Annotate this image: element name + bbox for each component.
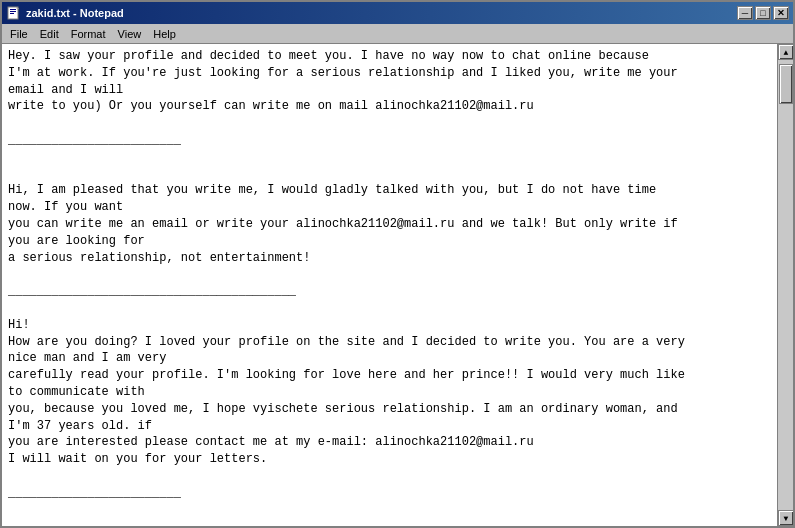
maximize-button[interactable]: □ [755, 6, 771, 20]
menu-help[interactable]: Help [147, 26, 182, 42]
title-bar: zakid.txt - Notepad ─ □ ✕ [2, 2, 793, 24]
menu-edit[interactable]: Edit [34, 26, 65, 42]
minimize-button[interactable]: ─ [737, 6, 753, 20]
scroll-up-button[interactable]: ▲ [778, 44, 793, 60]
app-icon [6, 5, 22, 21]
svg-rect-1 [10, 9, 16, 10]
vertical-scrollbar: ▲ ▼ [777, 44, 793, 526]
window-title: zakid.txt - Notepad [26, 7, 124, 19]
editor-area: Hey. I saw your profile and decided to m… [2, 44, 793, 526]
svg-rect-2 [10, 11, 16, 12]
menu-format[interactable]: Format [65, 26, 112, 42]
close-button[interactable]: ✕ [773, 6, 789, 20]
scroll-down-button[interactable]: ▼ [778, 510, 793, 526]
scroll-thumb[interactable] [779, 64, 793, 104]
notepad-window: zakid.txt - Notepad ─ □ ✕ File Edit Form… [0, 0, 795, 528]
scroll-track[interactable] [778, 60, 793, 510]
title-bar-left: zakid.txt - Notepad [6, 5, 124, 21]
svg-rect-3 [10, 13, 14, 14]
text-editor[interactable]: Hey. I saw your profile and decided to m… [2, 44, 777, 526]
menu-view[interactable]: View [112, 26, 148, 42]
menu-file[interactable]: File [4, 26, 34, 42]
title-bar-buttons: ─ □ ✕ [737, 6, 789, 20]
menu-bar: File Edit Format View Help [2, 24, 793, 44]
